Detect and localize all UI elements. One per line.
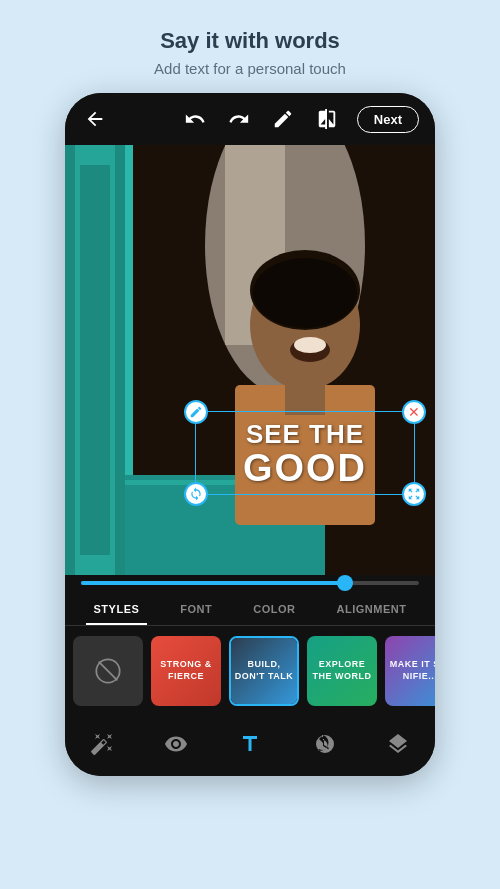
rotate-handle[interactable] <box>184 482 208 506</box>
styles-row: STRONG &FIERCE BUILD,DON'T TALK EXPLORET… <box>65 626 435 716</box>
tab-font[interactable]: FONT <box>172 593 220 625</box>
tab-styles[interactable]: STYLES <box>86 593 148 625</box>
text-line2: GOOD <box>200 448 410 490</box>
tab-color[interactable]: COLOR <box>245 593 303 625</box>
slider-thumb[interactable] <box>337 575 353 591</box>
svg-point-15 <box>294 337 326 353</box>
style-card-build-label: BUILD,DON'T TALK <box>231 638 297 704</box>
slider-track[interactable] <box>81 581 419 585</box>
style-card-make[interactable]: MAKE IT SIGNIFIE... <box>385 636 435 706</box>
next-button[interactable]: Next <box>357 106 419 133</box>
nav-history-button[interactable] <box>306 726 342 762</box>
photo-background <box>65 145 435 575</box>
tab-alignment[interactable]: ALIGNMENT <box>329 593 415 625</box>
back-button[interactable] <box>81 105 109 133</box>
nav-layers-button[interactable] <box>380 726 416 762</box>
slider-area <box>65 575 435 593</box>
style-card-strong[interactable]: STRONG &FIERCE <box>151 636 221 706</box>
topbar-left <box>81 105 109 133</box>
redo-button[interactable] <box>225 105 253 133</box>
svg-rect-3 <box>80 165 110 555</box>
style-card-explore-label: EXPLORETHE WORLD <box>307 636 377 706</box>
svg-line-17 <box>99 662 118 681</box>
topbar-icons: Next <box>181 105 419 133</box>
page-header: Say it with words Add text for a persona… <box>134 0 366 93</box>
pen-tool-button[interactable] <box>269 105 297 133</box>
undo-button[interactable] <box>181 105 209 133</box>
text-line1: SEE THE <box>200 420 410 449</box>
bottom-nav <box>65 716 435 776</box>
style-card-none[interactable] <box>73 636 143 706</box>
svg-point-13 <box>253 258 357 328</box>
compare-button[interactable] <box>313 105 341 133</box>
style-card-explore[interactable]: EXPLORETHE WORLD <box>307 636 377 706</box>
style-card-strong-label: STRONG &FIERCE <box>151 636 221 706</box>
slider-fill <box>81 581 345 585</box>
scale-handle[interactable] <box>402 482 426 506</box>
main-title: Say it with words <box>154 28 346 54</box>
text-overlay-container[interactable]: ✕ SEE THE GOOD <box>195 411 415 495</box>
nav-text-button[interactable] <box>232 726 268 762</box>
nav-preview-button[interactable] <box>158 726 194 762</box>
main-subtitle: Add text for a personal touch <box>154 60 346 77</box>
text-selection-box[interactable]: ✕ SEE THE GOOD <box>195 411 415 495</box>
phone-topbar: Next <box>65 93 435 145</box>
style-card-make-label: MAKE IT SIGNIFIE... <box>385 636 435 706</box>
style-card-build[interactable]: BUILD,DON'T TALK <box>229 636 299 706</box>
edit-handle[interactable] <box>184 400 208 424</box>
image-area: ✕ SEE THE GOOD <box>65 145 435 575</box>
text-content: SEE THE GOOD <box>200 420 410 490</box>
close-handle[interactable]: ✕ <box>402 400 426 424</box>
nav-effects-button[interactable] <box>84 726 120 762</box>
phone-mockup: Next <box>65 93 435 776</box>
tabs-bar: STYLES FONT COLOR ALIGNMENT <box>65 593 435 626</box>
